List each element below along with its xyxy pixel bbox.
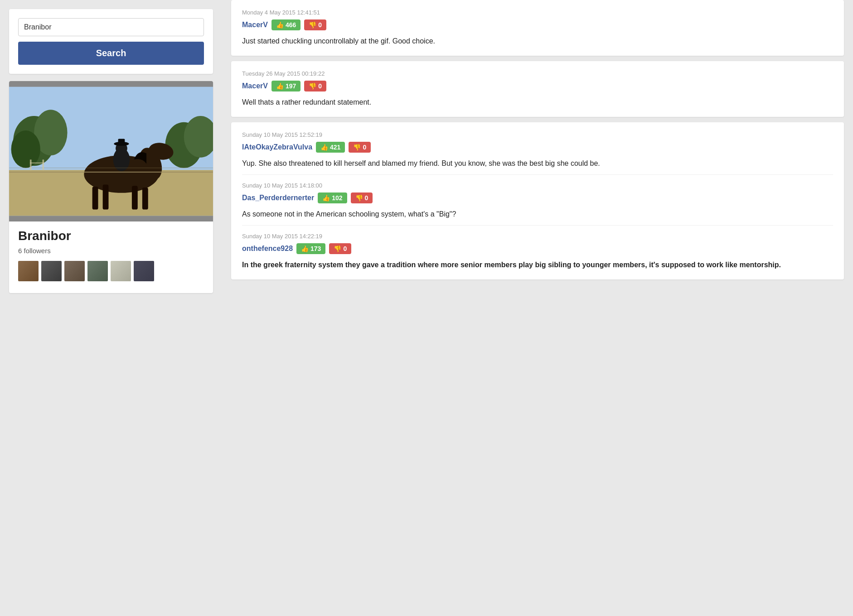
comment-username-2[interactable]: MacerV (242, 82, 268, 90)
thumbnail-3[interactable] (64, 261, 85, 281)
downvote-button-3[interactable]: 👎 0 (349, 142, 371, 153)
comment-header-3: IAteOkayZebraVulva 👍 421 👎 0 (242, 142, 833, 153)
svg-point-4 (11, 130, 40, 168)
thumbs-down-icon-31: 👎 (355, 194, 363, 202)
profile-followers: 6 followers (18, 247, 204, 255)
thumbs-down-icon-2: 👎 (309, 82, 316, 90)
thumbs-down-icon-1: 👎 (309, 21, 316, 29)
svg-rect-21 (42, 159, 44, 170)
svg-rect-8 (92, 187, 98, 210)
comment-text-31: As someone not in the American schooling… (242, 209, 833, 220)
thumbs-up-icon-2: 👍 (276, 82, 284, 90)
upvote-count-2: 197 (286, 82, 296, 90)
thumbnail-1[interactable] (18, 261, 39, 281)
upvote-button-1[interactable]: 👍 466 (271, 19, 300, 30)
thumbnail-4[interactable] (87, 261, 108, 281)
svg-rect-11 (142, 188, 148, 210)
profile-info: Branibor 6 followers (9, 221, 213, 293)
comment-username-31[interactable]: Das_Perderdernerter (242, 194, 314, 202)
comment-header-1: MacerV 👍 466 👎 0 (242, 19, 833, 30)
main-content: Monday 4 May 2015 12:41:51 MacerV 👍 466 … (222, 0, 853, 616)
downvote-count-32: 0 (343, 245, 347, 252)
upvote-button-2[interactable]: 👍 197 (271, 81, 300, 91)
comment-timestamp-2: Tuesday 26 May 2015 00:19:22 (242, 70, 833, 77)
profile-image (9, 81, 213, 221)
search-input[interactable] (18, 18, 204, 36)
comment-card-3: Sunday 10 May 2015 12:52:19 IAteOkayZebr… (231, 122, 844, 279)
downvote-button-31[interactable]: 👎 0 (351, 192, 373, 203)
downvote-button-2[interactable]: 👎 0 (304, 81, 326, 91)
comment-card-2: Tuesday 26 May 2015 00:19:22 MacerV 👍 19… (231, 61, 844, 117)
upvote-count-1: 466 (286, 21, 296, 29)
comment-timestamp-1: Monday 4 May 2015 12:41:51 (242, 9, 833, 16)
thumbs-up-icon-31: 👍 (322, 194, 330, 202)
upvote-count-3: 421 (330, 144, 340, 151)
comment-divider-32 (242, 225, 833, 226)
thumbs-down-icon-32: 👎 (334, 245, 341, 252)
profile-thumbnails (18, 261, 204, 286)
downvote-count-2: 0 (318, 82, 322, 90)
comment-header-2: MacerV 👍 197 👎 0 (242, 81, 833, 91)
comment-timestamp-3: Sunday 10 May 2015 12:52:19 (242, 131, 833, 138)
profile-card: Branibor 6 followers (9, 81, 213, 293)
comment-divider-31 (242, 174, 833, 175)
comment-text-32: In the greek fraternity system they gave… (242, 260, 833, 270)
downvote-count-31: 0 (365, 194, 368, 202)
upvote-button-3[interactable]: 👍 421 (316, 142, 345, 153)
downvote-count-1: 0 (318, 21, 322, 29)
downvote-button-32[interactable]: 👎 0 (329, 243, 351, 254)
search-box: Search (9, 9, 213, 74)
upvote-count-32: 173 (310, 245, 321, 252)
nested-comment-31: Sunday 10 May 2015 14:18:00 Das_Perderde… (242, 180, 833, 220)
comment-text-2: Well thats a rather redundant statement. (242, 97, 833, 108)
thumbs-up-icon-32: 👍 (301, 245, 309, 252)
svg-rect-17 (118, 139, 125, 144)
svg-rect-20 (30, 159, 32, 170)
comment-username-32[interactable]: onthefence928 (242, 245, 293, 253)
thumbs-down-icon-3: 👎 (353, 144, 361, 151)
comment-header-32: onthefence928 👍 173 👎 0 (242, 243, 833, 254)
comment-text-3: Yup. She also threatened to kill herself… (242, 158, 833, 169)
comment-text-1: Just started chuckling uncontrollably at… (242, 36, 833, 47)
upvote-count-31: 102 (332, 194, 342, 202)
comment-card-1: Monday 4 May 2015 12:41:51 MacerV 👍 466 … (231, 0, 844, 56)
profile-name: Branibor (18, 229, 204, 243)
thumbnail-2[interactable] (41, 261, 62, 281)
thumbnail-6[interactable] (134, 261, 154, 281)
downvote-count-3: 0 (363, 144, 366, 151)
comment-username-1[interactable]: MacerV (242, 21, 268, 29)
thumbnail-5[interactable] (111, 261, 131, 281)
downvote-button-1[interactable]: 👎 0 (304, 19, 326, 30)
search-button[interactable]: Search (18, 42, 204, 65)
comment-timestamp-31: Sunday 10 May 2015 14:18:00 (242, 182, 833, 189)
svg-rect-10 (132, 186, 138, 209)
nested-comment-32: Sunday 10 May 2015 14:22:19 onthefence92… (242, 231, 833, 270)
svg-rect-9 (103, 184, 109, 209)
thumbs-up-icon-1: 👍 (276, 21, 284, 29)
profile-photo (9, 81, 213, 221)
upvote-button-31[interactable]: 👍 102 (318, 192, 347, 203)
sidebar: Search (0, 0, 222, 616)
comment-header-31: Das_Perderdernerter 👍 102 👎 0 (242, 192, 833, 203)
comment-username-3[interactable]: IAteOkayZebraVulva (242, 143, 312, 151)
upvote-button-32[interactable]: 👍 173 (296, 243, 325, 254)
comment-timestamp-32: Sunday 10 May 2015 14:22:19 (242, 233, 833, 240)
thumbs-up-icon-3: 👍 (320, 144, 328, 151)
